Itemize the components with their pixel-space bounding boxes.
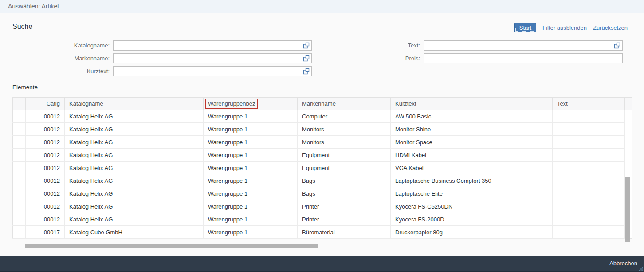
table-row[interactable]: 00012 Katalog Helix AG Warengruppe 1 Equ… [13,149,632,162]
items-table: Catlg Katalogname Warengruppenbez Marken… [12,97,632,239]
cell-markenname: Computer [298,110,391,123]
table-row[interactable]: 00012 Katalog Helix AG Warengruppe 1 Bag… [13,187,632,200]
cell-warengruppenbez: Warengruppe 1 [204,162,298,174]
cell-scroll [625,136,632,149]
cell-katalogname: Katalog Helix AG [65,136,204,149]
cell-kurztext: VGA Kabel [391,162,553,174]
cell-text [553,187,625,200]
column-header-warengruppenbez[interactable]: Warengruppenbez [204,98,298,110]
annotation-highlight-box: Warengruppenbez [205,99,258,109]
table-row[interactable]: 00012 Katalog Helix AG Warengruppe 1 Equ… [13,162,632,174]
table-header-row: Catlg Katalogname Warengruppenbez Marken… [13,98,632,110]
kurztext-input[interactable] [113,66,312,76]
filter-row-text: Text: [323,40,623,51]
cell-markenname: Monitors [298,123,391,136]
column-header-scroll [625,98,632,110]
cell-text [553,110,625,123]
cell-text [553,162,625,174]
cell-katalogname: Katalog Helix AG [65,174,204,187]
cell-kurztext: AW 500 Basic [391,110,553,123]
preis-input[interactable] [424,53,623,63]
cell-markenname: Printer [298,213,391,226]
cell-catlg: 00012 [26,149,65,162]
cell-select [13,187,26,200]
cell-text [553,200,625,213]
horizontal-scrollbar-thumb[interactable] [25,244,318,248]
vertical-scrollbar-thumb[interactable] [625,177,630,242]
preis-label: Preis: [323,55,424,62]
cell-catlg: 00012 [26,162,65,174]
cell-select [13,136,26,149]
cell-warengruppenbez: Warengruppe 1 [204,226,298,239]
table-row[interactable]: 00012 Katalog Helix AG Warengruppe 1 Com… [13,110,632,123]
value-help-icon[interactable] [303,42,310,49]
markenname-input[interactable] [113,53,312,63]
cell-warengruppenbez: Warengruppe 1 [204,136,298,149]
table-row[interactable]: 00012 Katalog Helix AG Warengruppe 1 Mon… [13,123,632,136]
resize-grip-icon[interactable] [638,265,643,271]
cell-catlg: 00012 [26,174,65,187]
cell-warengruppenbez: Warengruppe 1 [204,213,298,226]
cell-kurztext: Laptoptasche Elite [391,187,553,200]
search-heading: Suche [12,23,32,31]
hide-filters-link[interactable]: Filter ausblenden [542,24,587,31]
cell-text [553,174,625,187]
column-header-katalogname[interactable]: Katalogname [65,98,204,110]
cell-katalogname: Katalog Helix AG [65,110,204,123]
cell-kurztext: HDMI Kabel [391,149,553,162]
cell-catlg: 00012 [26,123,65,136]
markenname-label: Markenname: [12,55,113,62]
start-button[interactable]: Start [514,23,536,32]
text-input[interactable] [424,40,623,51]
reset-link[interactable]: Zurücksetzen [593,24,628,31]
cell-catlg: 00012 [26,187,65,200]
cell-katalogname: Katalog Helix AG [65,200,204,213]
cell-catlg: 00012 [26,110,65,123]
cell-select [13,110,26,123]
column-header-select[interactable] [13,98,26,110]
table-row[interactable]: 00012 Katalog Helix AG Warengruppe 1 Mon… [13,136,632,149]
cell-scroll [625,162,632,174]
table-row[interactable]: 00012 Katalog Helix AG Warengruppe 1 Pri… [13,213,632,226]
cell-kurztext: Kyocera FS-C5250DN [391,200,553,213]
cell-katalogname: Katalog Helix AG [65,149,204,162]
column-header-markenname[interactable]: Markenname [298,98,391,110]
cell-warengruppenbez: Warengruppe 1 [204,174,298,187]
filter-row-katalogname: Katalogname: [12,40,312,51]
cell-catlg: 00012 [26,200,65,213]
table-body: 00012 Katalog Helix AG Warengruppe 1 Com… [13,110,632,239]
cell-kurztext: Kyocera FS-2000D [391,213,553,226]
filter-row-preis: Preis: [323,53,623,63]
cell-warengruppenbez: Warengruppe 1 [204,110,298,123]
elements-heading: Elemente [12,84,38,91]
value-help-icon[interactable] [614,42,620,49]
text-label: Text: [323,42,424,49]
table-row[interactable]: 00012 Katalog Helix AG Warengruppe 1 Bag… [13,174,632,187]
cell-markenname: Büromaterial [298,226,391,239]
column-header-text[interactable]: Text [553,98,625,110]
column-header-catlg[interactable]: Catlg [26,98,65,110]
cancel-button[interactable]: Abbrechen [609,256,637,271]
cell-katalogname: Katalog Helix AG [65,123,204,136]
cell-warengruppenbez: Warengruppe 1 [204,123,298,136]
value-help-icon[interactable] [303,55,310,62]
cell-scroll [625,110,632,123]
value-help-icon[interactable] [303,68,310,75]
cell-kurztext: Laptoptasche Business Compfort 350 [391,174,553,187]
table-row[interactable]: 00017 Katalog Cube GmbH Warengruppe 1 Bü… [13,226,632,239]
column-header-kurztext[interactable]: Kurztext [391,98,553,110]
table-row[interactable]: 00012 Katalog Helix AG Warengruppe 1 Pri… [13,200,632,213]
cell-text [553,226,625,239]
cell-catlg: 00017 [26,226,65,239]
dialog-title-bar: Auswählen: Artikel [0,0,644,13]
cell-select [13,123,26,136]
cell-select [13,200,26,213]
cell-warengruppenbez: Warengruppe 1 [204,149,298,162]
cell-kurztext: Monitor Space [391,136,553,149]
dialog-title: Auswählen: Artikel [8,3,59,10]
cell-select [13,162,26,174]
cell-text [553,123,625,136]
katalogname-input[interactable] [113,40,312,51]
cell-katalogname: Katalog Cube GmbH [65,226,204,239]
dialog-footer: Abbrechen [0,256,644,272]
